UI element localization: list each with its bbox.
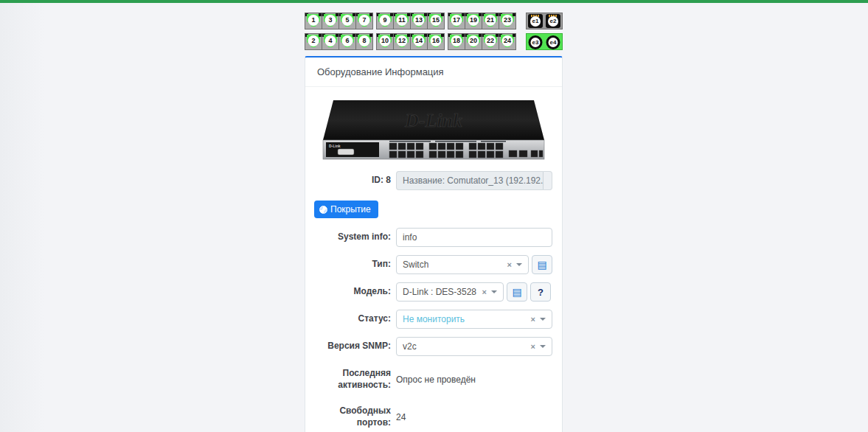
port-indicator-24[interactable]: 24: [499, 34, 515, 49]
port-indicator-7[interactable]: 7: [356, 13, 372, 29]
port-indicator-1[interactable]: 1: [305, 13, 322, 29]
port-group: 18202224: [448, 33, 516, 50]
port-indicator-e4[interactable]: e4: [544, 34, 562, 49]
last-activity-label: Последняя активность:: [314, 368, 396, 391]
snmp-select[interactable]: v2c ×: [396, 337, 552, 356]
port-number: 7: [359, 15, 370, 26]
snmp-select-value: v2c: [403, 341, 417, 352]
port-group: 17192123: [448, 13, 516, 29]
device-name-addon[interactable]: [543, 171, 552, 190]
row-snmp: Версия SNMP: v2c ×: [314, 337, 553, 356]
port-indicator-21[interactable]: 21: [482, 13, 499, 29]
type-select-value: Switch: [403, 259, 428, 270]
equipment-info-card: Оборудование Информация D-Link: [305, 56, 563, 432]
model-help-button[interactable]: ?: [530, 282, 551, 302]
port-number: 23: [502, 15, 513, 26]
port-indicator-19[interactable]: 19: [465, 13, 482, 29]
port-indicator-9[interactable]: 9: [377, 13, 394, 29]
clear-icon[interactable]: ×: [531, 343, 535, 351]
port-indicator-e2[interactable]: e2: [544, 13, 562, 29]
port-number: 6: [342, 35, 353, 46]
top-green-bar: [0, 0, 868, 3]
port-number: e1: [530, 16, 541, 27]
port-indicator-14[interactable]: 14: [411, 34, 428, 49]
id-label: ID: 8: [314, 175, 396, 187]
port-indicator-15[interactable]: 15: [428, 13, 444, 29]
model-select[interactable]: D-Link : DES-3528 ×: [396, 282, 504, 302]
port-number: 10: [380, 35, 391, 46]
switch-photo-svg: D-Link D-Link: [316, 97, 552, 161]
card-title: Оборудование Информация: [305, 58, 562, 87]
port-indicator-12[interactable]: 12: [394, 34, 411, 49]
port-row-odd: 1357911131517192123e1e2: [305, 13, 563, 29]
list-icon: ▤: [512, 287, 521, 297]
port-indicator-10[interactable]: 10: [377, 34, 394, 49]
coverage-button-label: Покрытие: [330, 204, 371, 215]
status-select-value: Не мониторить: [403, 314, 465, 324]
device-name-value: Название: Comutator_13 (192.192.192: [396, 171, 543, 190]
port-number: 22: [485, 35, 496, 46]
clear-icon[interactable]: ×: [531, 316, 535, 324]
port-indicator-e1[interactable]: e1: [527, 13, 544, 29]
port-group: 9111315: [376, 13, 445, 29]
chevron-down-icon: [540, 318, 546, 321]
port-row-even: 24681012141618202224e3e4: [305, 33, 563, 50]
uplink-port-group: e3e4: [526, 33, 563, 50]
port-indicator-18[interactable]: 18: [448, 34, 465, 49]
port-number: 14: [414, 35, 425, 46]
snmp-label: Версия SNMP:: [314, 341, 396, 352]
port-number: 24: [502, 35, 513, 46]
row-id: ID: 8 Название: Comutator_13 (192.192.19…: [314, 171, 553, 190]
port-indicator-8[interactable]: 8: [356, 34, 372, 49]
port-number: 1: [308, 15, 319, 26]
row-free-ports: Свободных портов: 24: [314, 405, 553, 428]
port-indicator-5[interactable]: 5: [339, 13, 356, 29]
port-indicator-23[interactable]: 23: [499, 13, 515, 29]
port-number: 3: [325, 15, 336, 26]
port-number: 16: [431, 35, 442, 46]
port-number: 15: [431, 15, 442, 26]
port-number: e2: [548, 16, 558, 27]
status-select[interactable]: Не мониторить ×: [396, 310, 552, 329]
clear-icon[interactable]: ×: [507, 261, 512, 269]
model-label: Модель:: [314, 286, 396, 298]
coverage-button[interactable]: Покрытие: [314, 201, 378, 218]
row-type: Тип: Switch × ▤: [314, 255, 553, 274]
port-indicator-6[interactable]: 6: [339, 34, 356, 49]
system-info-input[interactable]: [396, 228, 552, 247]
port-number: 11: [397, 15, 408, 26]
port-number: 17: [451, 15, 462, 26]
port-number: 21: [485, 15, 496, 26]
port-indicator-4[interactable]: 4: [322, 34, 339, 49]
port-indicator-3[interactable]: 3: [322, 13, 339, 29]
type-select[interactable]: Switch ×: [396, 255, 529, 274]
free-ports-label: Свободных портов:: [314, 405, 396, 428]
row-last-activity: Последняя активность: Опрос не проведён: [314, 368, 553, 391]
port-status-panel: 1357911131517192123e1e2 2468101214161820…: [305, 13, 563, 50]
free-ports-value: 24: [396, 412, 406, 422]
port-number: 20: [468, 35, 479, 46]
status-label: Статус:: [314, 313, 396, 325]
device-name-field: Название: Comutator_13 (192.192.192: [396, 171, 552, 190]
model-list-button[interactable]: ▤: [507, 282, 527, 302]
port-indicator-2[interactable]: 2: [305, 34, 322, 49]
row-model: Модель: D-Link : DES-3528 × ▤ ?: [314, 282, 553, 302]
port-group: 1357: [305, 13, 373, 29]
port-number: 5: [342, 15, 353, 26]
port-number: 13: [414, 15, 425, 26]
port-indicator-22[interactable]: 22: [482, 34, 499, 49]
port-indicator-17[interactable]: 17: [448, 13, 465, 29]
port-indicator-16[interactable]: 16: [428, 34, 444, 49]
type-list-button[interactable]: ▤: [532, 255, 552, 274]
uplink-port-group: e1e2: [526, 13, 563, 29]
svg-text:D-Link: D-Link: [404, 110, 462, 131]
port-indicator-e3[interactable]: e3: [527, 34, 544, 49]
clear-icon[interactable]: ×: [482, 288, 487, 296]
row-coverage: Покрытие: [314, 201, 553, 218]
port-indicator-13[interactable]: 13: [411, 13, 428, 29]
last-activity-value: Опрос не проведён: [396, 374, 476, 385]
port-group: 2468: [305, 33, 373, 50]
equipment-page: 1357911131517192123e1e2 2468101214161820…: [305, 13, 563, 432]
port-indicator-11[interactable]: 11: [394, 13, 411, 29]
port-indicator-20[interactable]: 20: [465, 34, 482, 49]
